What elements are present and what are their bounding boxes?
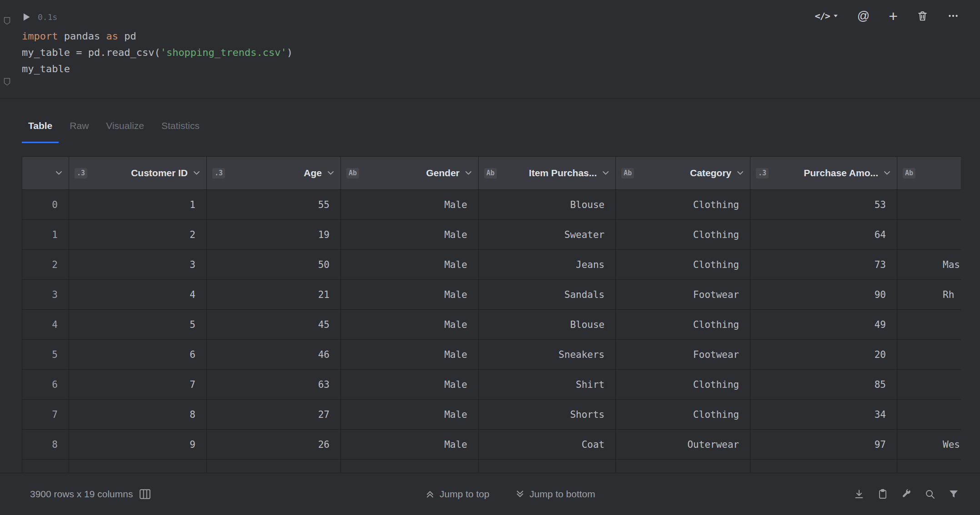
table-cell[interactable]: 4 [69,280,207,309]
jump-to-top-button[interactable]: Jump to top [425,489,490,500]
row-index[interactable]: 8 [22,430,69,459]
column-menu-icon[interactable] [602,171,609,175]
table-cell[interactable]: Male [341,220,479,249]
run-cell-button[interactable] [23,13,30,21]
table-cell[interactable]: Male [341,400,479,429]
table-cell[interactable]: 55 [207,190,341,219]
column-menu-icon[interactable] [193,171,200,175]
row-index[interactable]: 0 [22,190,69,219]
table-cell[interactable]: 3 [69,250,207,279]
table-cell[interactable]: 49 [750,310,897,339]
copy-button[interactable] [877,489,888,500]
settings-button[interactable] [901,489,912,500]
at-button[interactable]: @ [857,10,870,22]
table-cell[interactable]: Blouse [479,310,616,339]
table-cell[interactable]: Jeans [479,250,616,279]
table-cell[interactable]: 53 [750,190,897,219]
table-cell[interactable]: 2 [69,220,207,249]
column-header-gender[interactable]: AbGender [341,157,479,189]
cell-marker-icon[interactable] [3,77,11,88]
row-index[interactable]: 2 [22,250,69,279]
table-cell[interactable]: Footwear [616,280,750,309]
table-cell[interactable]: Male [341,340,479,369]
table-cell[interactable]: 21 [207,280,341,309]
row-index[interactable]: 5 [22,340,69,369]
table-cell[interactable]: 20 [750,340,897,369]
find-button[interactable] [925,489,935,500]
column-list-button[interactable] [139,489,151,500]
table-cell[interactable]: 8 [69,400,207,429]
column-header-customer-id[interactable]: .3Customer ID [69,157,207,189]
column-menu-icon[interactable] [55,171,62,175]
table-cell[interactable]: 5 [69,310,207,339]
table-cell[interactable]: Male [341,310,479,339]
table-cell[interactable]: Male [341,370,479,399]
table-cell[interactable]: Clothing [616,220,750,249]
table-cell[interactable]: 1 [69,190,207,219]
code-editor[interactable]: import pandas as pdmy_table = pd.read_cs… [22,28,293,77]
table-cell[interactable]: 50 [207,250,341,279]
table-cell[interactable]: 63 [207,370,341,399]
column-header-purchase-amo[interactable]: .3Purchase Amo... [750,157,897,189]
table-cell[interactable]: Clothing [616,250,750,279]
more-options-button[interactable] [947,10,959,22]
export-button[interactable] [854,489,865,500]
column-menu-icon[interactable] [465,171,472,175]
jump-to-bottom-button[interactable]: Jump to bottom [515,489,595,500]
column-menu-icon[interactable] [327,171,334,175]
tab-visualize[interactable]: Visualize [100,119,150,143]
table-cell[interactable]: Clothing [616,190,750,219]
table-cell[interactable]: 19 [207,220,341,249]
row-index[interactable]: 3 [22,280,69,309]
table-cell[interactable]: Clothing [616,310,750,339]
tab-statistics[interactable]: Statistics [155,119,206,143]
table-cell[interactable]: 73 [750,250,897,279]
table-cell[interactable]: Coat [479,430,616,459]
table-cell[interactable]: 27 [207,400,341,429]
table-cell[interactable]: Wes [897,430,961,459]
table-cell[interactable]: Sweater [479,220,616,249]
table-cell[interactable]: 46 [207,340,341,369]
column-header-index[interactable] [22,157,69,189]
code-cell-type-button[interactable]: </> [815,10,838,21]
table-cell[interactable]: 34 [750,400,897,429]
table-cell[interactable]: 64 [750,220,897,249]
table-cell[interactable]: Male [341,250,479,279]
column-header-item-purchas[interactable]: AbItem Purchas... [479,157,616,189]
column-header-index[interactable]: Ab [897,157,961,189]
row-index[interactable]: 6 [22,370,69,399]
table-cell[interactable]: 26 [207,430,341,459]
table-cell[interactable]: Clothing [616,370,750,399]
table-cell[interactable]: Blouse [479,190,616,219]
column-menu-icon[interactable] [737,171,744,175]
row-index[interactable]: 7 [22,400,69,429]
table-cell[interactable] [897,310,961,339]
table-cell[interactable]: 97 [750,430,897,459]
tab-table[interactable]: Table [22,119,59,143]
table-cell[interactable]: 9 [69,430,207,459]
table-cell[interactable]: Male [341,280,479,309]
table-cell[interactable]: Male [341,430,479,459]
table-cell[interactable]: Shirt [479,370,616,399]
add-cell-button[interactable]: + [889,10,898,22]
column-menu-icon[interactable] [884,171,890,175]
column-header-category[interactable]: AbCategory [616,157,750,189]
table-cell[interactable] [897,400,961,429]
table-cell[interactable]: Rh [897,280,961,309]
table-cell[interactable]: Mas [897,250,961,279]
table-cell[interactable]: Sneakers [479,340,616,369]
filter-button[interactable] [948,489,959,500]
table-cell[interactable] [897,340,961,369]
column-header-age[interactable]: .3Age [207,157,341,189]
row-index[interactable]: 1 [22,220,69,249]
table-cell[interactable]: 45 [207,310,341,339]
table-cell[interactable] [897,370,961,399]
table-cell[interactable]: 6 [69,340,207,369]
table-cell[interactable] [897,220,961,249]
delete-cell-button[interactable] [917,10,928,22]
table-cell[interactable]: Sandals [479,280,616,309]
table-cell[interactable]: Shorts [479,400,616,429]
table-cell[interactable]: Male [341,190,479,219]
tab-raw[interactable]: Raw [63,119,95,143]
table-cell[interactable]: Outerwear [616,430,750,459]
